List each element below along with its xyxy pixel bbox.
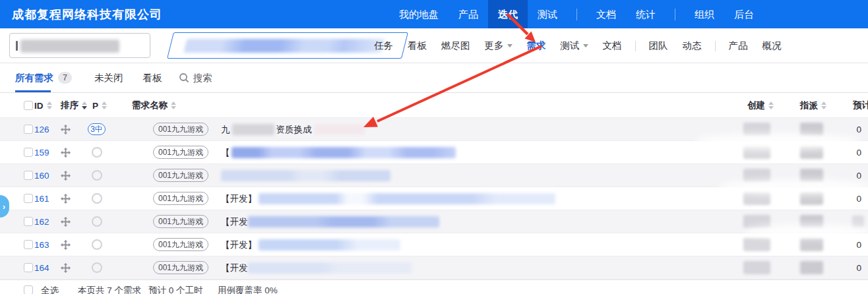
row-checkbox[interactable] [24,240,33,249]
tab-test[interactable]: 测试 [553,28,596,63]
tab-burndown[interactable]: 燃尽图 [434,28,478,63]
table-row[interactable]: 159 001九九游戏 【 0 [0,141,868,164]
redacted-iteration-name [183,39,385,53]
story-id-link[interactable]: 163 [34,233,49,256]
drag-handle-icon[interactable] [61,125,71,137]
row-checkbox[interactable] [24,171,33,180]
story-id-link[interactable]: 164 [34,256,49,279]
story-title[interactable]: 【开发】 [221,233,400,256]
tab-more[interactable]: 更多 [478,28,520,63]
header-estimate[interactable]: 预计 [853,93,868,118]
filter-all-stories[interactable]: 所有需求 7 [15,72,72,84]
product-tag: 001九九游戏 [153,238,208,251]
page-summary: 本页共 7 个需求 [78,284,141,294]
topnav-test[interactable]: 测试 [528,0,567,28]
tab-kanban[interactable]: 看板 [400,28,434,63]
title-text: 九 [221,124,230,136]
topnav-doc[interactable]: 文档 [586,0,626,28]
header-assign[interactable]: 指派 [800,93,826,118]
header-priority-label: P [92,101,98,111]
header-create-label: 创建 [747,100,765,111]
redacted-assignee [800,192,823,205]
drag-handle-icon[interactable] [61,194,71,206]
story-title[interactable]: 【 [221,141,456,164]
table-row[interactable]: 126 3中 001九九游戏 九 资质换成 0 [0,118,868,141]
tab-dynamic[interactable]: 动态 [675,28,709,63]
product-tag: 001九九游戏 [153,169,208,182]
select-all-label[interactable]: 全选 [41,284,59,294]
redacted-creator [743,123,770,136]
story-title[interactable] [221,164,390,187]
drag-handle-icon[interactable] [61,263,71,276]
tab-story[interactable]: 需求 [520,28,553,63]
sort-icon [768,102,774,109]
redacted-assignee [800,146,823,159]
drag-handle-icon[interactable] [61,171,71,183]
title-text: 资质换成 [276,124,312,136]
topnav-product[interactable]: 产品 [449,0,488,28]
topnav-org[interactable]: 组织 [685,0,724,28]
sort-icon [102,102,107,109]
tab-divider [635,41,636,51]
story-title[interactable]: 九 资质换成 [221,118,367,141]
row-checkbox[interactable] [24,194,33,203]
redacted-text [221,170,390,181]
product-tag: 001九九游戏 [153,215,208,228]
topnav-iteration[interactable]: 迭代 [488,0,528,28]
title-text: 【开发 [221,262,248,274]
header-title-label: 需求名称 [132,100,168,111]
row-checkbox[interactable] [24,148,33,157]
tab-overview[interactable]: 概况 [755,28,789,63]
story-id-link[interactable]: 162 [34,210,49,233]
redacted-text [259,239,400,250]
filter-board[interactable]: 看板 [142,72,162,84]
story-id-link[interactable]: 160 [34,164,49,187]
header-priority[interactable]: P [92,93,107,118]
drag-handle-icon[interactable] [61,217,71,229]
tab-task[interactable]: 任务 [367,28,400,63]
table-row[interactable]: 163 001九九游戏 【开发】 0 [0,233,868,256]
story-id-link[interactable]: 161 [34,187,49,210]
story-title[interactable]: 【开发】 [221,187,555,210]
tab-team[interactable]: 团队 [642,28,675,63]
top-nav: 我的地盘 产品 迭代 测试 文档 统计 组织 后台 [389,0,764,28]
select-all-checkbox[interactable] [24,101,33,110]
table-row[interactable]: 162 001九九游戏 【开发 [0,210,868,233]
filter-all-label: 所有需求 [15,72,53,84]
drag-handle-icon[interactable] [61,240,71,252]
drag-handle-icon[interactable] [61,148,71,160]
redacted-estimate [852,216,864,227]
tab-doc[interactable]: 文档 [596,28,629,63]
active-filter-underline [15,90,51,92]
select-all-checkbox[interactable] [24,285,33,294]
row-checkbox[interactable] [24,217,33,226]
topnav-my-zone[interactable]: 我的地盘 [389,0,449,28]
table-row[interactable]: 164 001九九游戏 【开发 0 [0,256,868,279]
sort-icon [47,102,52,109]
header-sort[interactable]: 排序 [61,93,87,118]
topnav-admin[interactable]: 后台 [724,0,764,28]
row-checkbox[interactable] [24,125,33,134]
header-id[interactable]: ID [34,93,52,118]
story-id-link[interactable]: 159 [34,141,49,164]
iteration-tabs: 任务 看板 燃尽图 更多 需求 测试 文档 团队 动态 产品 概况 [367,28,789,63]
story-id-link[interactable]: 126 [34,118,49,141]
story-title[interactable]: 【开发 [221,210,439,233]
estimate-value: 0 [844,233,861,256]
priority-circle [92,239,102,250]
story-title[interactable]: 【开发 [221,256,412,279]
filter-unclosed[interactable]: 未关闭 [94,72,123,84]
table-row[interactable]: 160 001九九游戏 0 [0,164,868,187]
topnav-stats[interactable]: 统计 [626,0,666,28]
priority-circle [92,170,102,181]
product-tag: 001九九游戏 [153,261,208,274]
chevron-down-icon [583,44,588,47]
search-button[interactable]: 搜索 [179,72,212,84]
sort-icon-active [82,102,87,109]
tab-product[interactable]: 产品 [722,28,755,63]
header-title[interactable]: 需求名称 [132,93,176,118]
table-row[interactable]: 161 001九九游戏 【开发】 0 [0,187,868,210]
header-create[interactable]: 创建 [747,93,774,118]
project-switcher[interactable] [9,33,150,58]
row-checkbox[interactable] [24,263,33,272]
